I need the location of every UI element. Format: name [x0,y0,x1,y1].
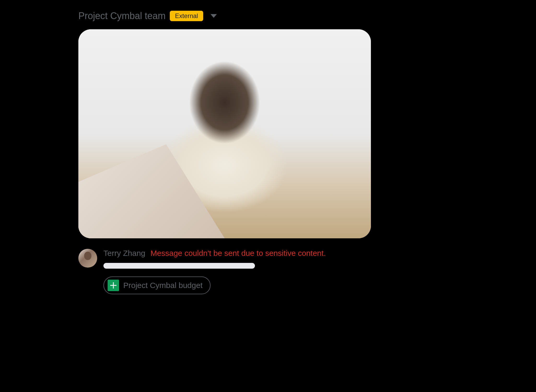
message-content: Terry Zhang Message couldn't be sent due… [103,249,392,294]
sender-avatar[interactable] [78,249,97,268]
google-sheets-icon [108,280,119,291]
message-header: Terry Zhang Message couldn't be sent due… [103,249,392,258]
message-text-placeholder [103,263,255,269]
space-title: Project Cymbal team [78,10,166,21]
dlp-error-message: Message couldn't be sent due to sensitiv… [150,249,326,258]
chevron-down-icon[interactable] [211,14,217,18]
attachment-name: Project Cymbal budget [123,281,203,290]
attachment-chip[interactable]: Project Cymbal budget [103,276,211,294]
hero-photo [78,29,371,238]
space-header[interactable]: Project Cymbal team External [78,10,392,21]
message-row: Terry Zhang Message couldn't be sent due… [78,249,392,294]
sender-name: Terry Zhang [103,249,145,258]
external-badge: External [170,11,203,21]
